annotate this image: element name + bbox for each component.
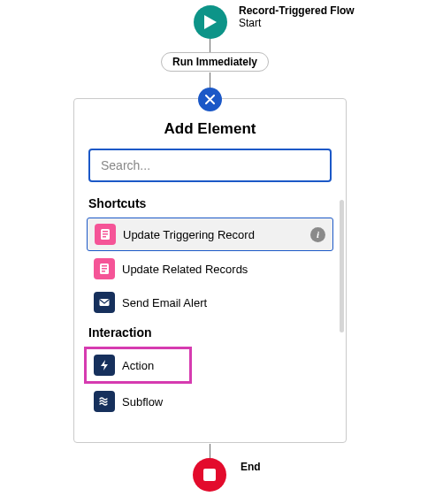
update-record-icon (94, 258, 115, 279)
item-send-email-alert[interactable]: Send Email Alert (87, 286, 333, 318)
connector (210, 39, 210, 52)
svg-rect-10 (102, 271, 105, 272)
item-update-triggering-record[interactable]: Update Triggering Record i (87, 218, 333, 251)
svg-rect-5 (103, 233, 108, 235)
element-list: Shortcuts Update Triggering Record i Upd… (74, 196, 346, 417)
stop-icon (203, 469, 216, 481)
subflow-icon (94, 391, 115, 412)
svg-rect-9 (102, 268, 107, 270)
item-label: Update Triggering Record (123, 228, 255, 241)
action-icon (94, 355, 115, 376)
flow-canvas: Record-Triggered Flow Start Run Immediat… (0, 0, 443, 504)
play-icon (204, 15, 217, 29)
section-interaction-heading: Interaction (88, 325, 332, 340)
svg-rect-8 (102, 265, 107, 267)
item-action[interactable]: Action (84, 347, 192, 384)
item-label: Update Related Records (122, 263, 248, 276)
start-title: Record-Triggered Flow (239, 4, 355, 17)
close-panel-button[interactable] (198, 88, 222, 111)
add-element-panel: Add Element Shortcuts Update Triggering … (73, 98, 347, 443)
section-shortcuts-heading: Shortcuts (88, 196, 332, 210)
search-input[interactable] (88, 149, 332, 182)
svg-marker-12 (101, 360, 108, 370)
end-label: End (241, 461, 261, 473)
scrollbar[interactable] (340, 200, 344, 332)
svg-rect-13 (203, 469, 216, 481)
item-subflow[interactable]: Subflow (87, 386, 333, 417)
svg-marker-0 (204, 15, 217, 29)
start-label: Record-Triggered Flow Start (239, 4, 355, 29)
run-immediately-pill[interactable]: Run Immediately (161, 52, 269, 72)
start-subtitle: Start (239, 17, 355, 29)
email-icon (94, 292, 115, 313)
start-node[interactable] (194, 5, 227, 39)
panel-title: Add Element (74, 120, 346, 138)
item-label: Subflow (122, 395, 163, 409)
svg-rect-4 (103, 231, 108, 233)
info-icon[interactable]: i (310, 227, 325, 242)
item-label: Send Email Alert (122, 296, 207, 309)
svg-rect-6 (103, 236, 106, 238)
connector (210, 444, 210, 458)
end-node[interactable] (193, 458, 226, 492)
update-record-icon (95, 224, 116, 245)
item-update-related-records[interactable]: Update Related Records (87, 253, 333, 285)
item-label: Action (122, 359, 154, 372)
close-icon (205, 95, 215, 104)
